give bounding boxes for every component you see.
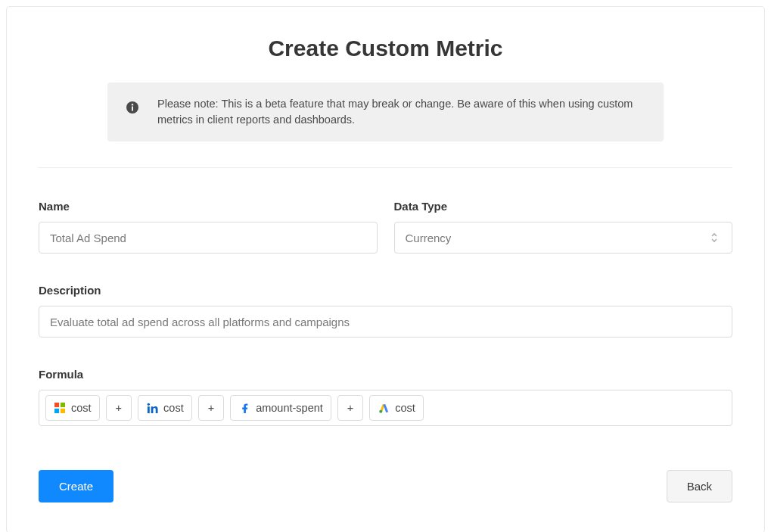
formula-token-plus[interactable]: + xyxy=(106,395,132,421)
data-type-label: Data Type xyxy=(394,200,733,213)
name-input[interactable] xyxy=(39,222,378,254)
svg-rect-7 xyxy=(148,406,150,413)
data-type-field-group: Data Type Currency xyxy=(394,200,733,254)
linkedin-icon xyxy=(146,402,158,414)
formula-token-microsoft-cost[interactable]: cost xyxy=(45,395,100,421)
description-field-group: Description xyxy=(39,284,732,338)
svg-point-9 xyxy=(379,409,382,412)
description-input[interactable] xyxy=(39,306,732,338)
data-type-value: Currency xyxy=(406,232,452,244)
svg-rect-6 xyxy=(61,409,65,413)
token-label: cost xyxy=(163,402,184,414)
svg-point-2 xyxy=(132,104,133,105)
svg-point-8 xyxy=(147,403,149,405)
name-label: Name xyxy=(39,200,378,213)
svg-rect-3 xyxy=(54,403,59,407)
description-label: Description xyxy=(39,284,732,297)
token-label: cost xyxy=(71,402,92,414)
back-button[interactable]: Back xyxy=(667,470,732,502)
formula-token-facebook-amount-spent[interactable]: amount-spent xyxy=(230,395,331,421)
svg-rect-1 xyxy=(132,107,133,111)
create-metric-card: Create Custom Metric Please note: This i… xyxy=(6,6,765,532)
create-button[interactable]: Create xyxy=(39,470,113,502)
facebook-icon xyxy=(238,402,250,414)
formula-field-group: Formula cost + cost + amount-spe xyxy=(39,368,732,426)
svg-rect-4 xyxy=(61,403,65,407)
beta-notice: Please note: This is a beta feature that… xyxy=(107,82,664,142)
formula-input[interactable]: cost + cost + amount-spent + xyxy=(39,390,732,426)
formula-token-linkedin-cost[interactable]: cost xyxy=(138,395,192,421)
page-title: Create Custom Metric xyxy=(39,36,732,61)
formula-token-plus[interactable]: + xyxy=(337,395,363,421)
svg-rect-5 xyxy=(54,409,59,413)
formula-token-google-ads-cost[interactable]: cost xyxy=(369,395,424,421)
token-label: amount-spent xyxy=(256,402,323,414)
divider xyxy=(39,167,732,168)
token-label: cost xyxy=(395,402,415,414)
formula-label: Formula xyxy=(39,368,732,381)
info-icon xyxy=(126,101,139,114)
microsoft-icon xyxy=(54,402,66,414)
name-field-group: Name xyxy=(39,200,378,254)
notice-text: Please note: This is a beta feature that… xyxy=(157,96,645,128)
actions-row: Create Back xyxy=(39,470,732,502)
updown-icon xyxy=(710,232,721,243)
google-ads-icon xyxy=(378,402,390,414)
formula-token-plus[interactable]: + xyxy=(198,395,224,421)
row-name-datatype: Name Data Type Currency xyxy=(39,200,732,254)
data-type-select[interactable]: Currency xyxy=(394,222,733,254)
